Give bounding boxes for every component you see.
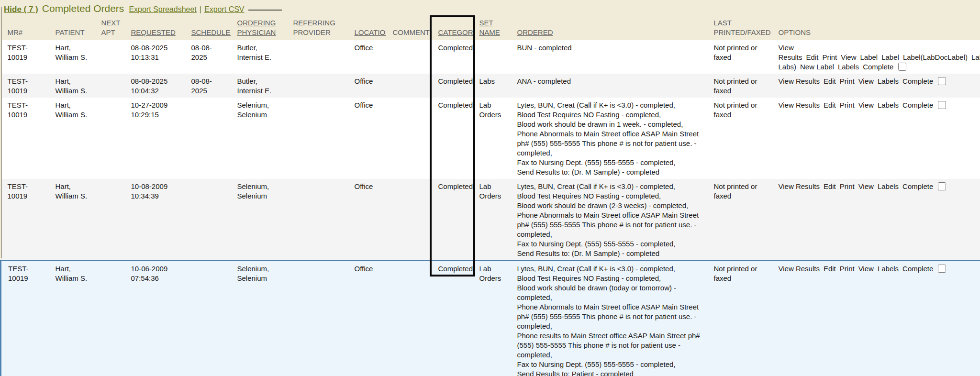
cell-ordered: ANA - completed	[511, 74, 707, 98]
option-complete-link[interactable]: Complete	[863, 63, 893, 71]
option-view-results-link[interactable]: View Results	[779, 44, 802, 61]
cell-referring-provider	[287, 98, 348, 179]
cell-ordering-physician: Butler, Internist E.	[231, 40, 287, 74]
option-edit-link[interactable]: Edit	[824, 101, 836, 109]
option-labels-link[interactable]: Labels	[878, 265, 899, 273]
cell-last-printed-faxed: Not printed or faxed	[707, 40, 772, 74]
complete-checkbox[interactable]	[938, 101, 946, 109]
option-edit-link[interactable]: Edit	[824, 77, 836, 85]
complete-checkbox[interactable]	[898, 63, 906, 71]
option-labels-link[interactable]: Labels	[838, 63, 859, 71]
option-labels-link[interactable]: Labels	[878, 77, 899, 85]
cell-options: View ResultsEditPrintViewLabelLabelLabel…	[772, 40, 980, 74]
option-complete-link[interactable]: Complete	[902, 182, 933, 190]
cell-patient: Hart, William S.	[49, 98, 95, 179]
cell-ordering-physician: Selenium, Selenium	[231, 179, 287, 261]
cell-next-apt	[95, 179, 124, 261]
column-header-ordering-physician: ORDERING PHYSICIAN	[231, 15, 287, 40]
option-print-link[interactable]: Print	[840, 101, 855, 109]
cell-category: Completed	[432, 40, 473, 74]
cell-scheduled: 08-08-2025	[185, 74, 231, 98]
option-labels-link[interactable]: Labels	[878, 101, 899, 109]
cell-category: Completed	[432, 179, 473, 261]
option-edit-link[interactable]: Edit	[824, 265, 836, 273]
cell-next-apt	[95, 261, 124, 376]
cell-patient: Hart, William S.	[49, 179, 95, 261]
cell-ordered: BUN - completed	[511, 40, 707, 74]
order-row: TEST-10019 Hart, William S. 10-06-2009 0…	[1, 261, 980, 376]
cell-set-name: Lab Orders	[473, 261, 511, 376]
hide-toggle-link[interactable]: Hide ( 7 )	[4, 5, 38, 14]
option-view-results-link[interactable]: View Results	[779, 77, 820, 85]
cell-scheduled	[185, 98, 231, 179]
option-view-link[interactable]: View	[858, 77, 874, 85]
cell-location: Office	[348, 261, 386, 376]
column-header-comments: COMMENTS	[386, 15, 432, 40]
option-labels-link[interactable]: Labels	[878, 182, 899, 190]
option-print-link[interactable]: Print	[840, 77, 855, 85]
cell-category: Completed	[432, 98, 473, 179]
cell-patient: Hart, William S.	[49, 40, 95, 74]
cell-requested: 08-08-2025 10:04:32	[124, 74, 185, 98]
cell-options: View ResultsEditPrintViewLabelsComplete	[772, 74, 980, 98]
option-edit-link[interactable]: Edit	[806, 53, 819, 61]
option-complete-link[interactable]: Complete	[902, 265, 933, 273]
cell-ordering-physician: Butler, Internist E.	[231, 74, 287, 98]
cell-options: View ResultsEditPrintViewLabelsComplete	[772, 98, 980, 179]
cell-requested: 10-27-2009 10:29:15	[124, 98, 185, 179]
column-header-next-apt: NEXT APT	[95, 15, 124, 40]
option-label-link[interactable]: Label	[860, 53, 878, 61]
completed-orders-table: MR# PATIENT NEXT APT REQUESTED SCHEDULED…	[0, 15, 980, 376]
option-print-link[interactable]: Print	[822, 53, 837, 61]
cell-last-printed-faxed: Not printed or faxed	[707, 261, 772, 376]
cell-mr: TEST-10019	[1, 179, 49, 261]
option-label-labdoclabel-link[interactable]: Label(LabDocLabel)	[903, 53, 968, 61]
cell-set-name: Lab Orders	[473, 179, 511, 261]
sort-ordering-physician-link[interactable]: ORDERING PHYSICIAN	[237, 19, 276, 36]
option-edit-link[interactable]: Edit	[824, 182, 836, 190]
cell-requested: 10-08-2009 10:34:39	[124, 179, 185, 261]
order-row: TEST-10019 Hart, William S. 08-08-2025 1…	[1, 74, 980, 98]
complete-checkbox[interactable]	[938, 265, 946, 273]
option-print-link[interactable]: Print	[840, 182, 855, 190]
sort-requested-link[interactable]: REQUESTED	[131, 28, 176, 36]
option-view-results-link[interactable]: View Results	[779, 101, 820, 109]
cell-mr: TEST-10019	[1, 261, 49, 376]
option-view-results-link[interactable]: View Results	[779, 265, 820, 273]
cell-referring-provider	[287, 74, 348, 98]
cell-comments	[386, 261, 432, 376]
sort-set-name-link[interactable]: SET NAME	[479, 19, 500, 36]
sort-location-link[interactable]: LOCATION	[355, 28, 386, 36]
cell-options: View ResultsEditPrintViewLabelsComplete	[772, 261, 980, 376]
order-row: TEST-10019 Hart, William S. 08-08-2025 1…	[1, 40, 980, 74]
sort-scheduled-link[interactable]: SCHEDULED	[191, 28, 231, 36]
column-header-ordered: ORDERED	[511, 15, 707, 40]
option-view-results-link[interactable]: View Results	[779, 182, 820, 190]
option-new-label-link[interactable]: New Label	[800, 63, 834, 71]
export-spreadsheet-link[interactable]: Export Spreadsheet	[129, 5, 196, 14]
option-complete-link[interactable]: Complete	[902, 77, 933, 85]
option-view-link[interactable]: View	[858, 265, 874, 273]
cell-ordered: Lytes, BUN, Creat (Call if K+ is <3.0) -…	[511, 179, 707, 261]
option-view-link[interactable]: View	[858, 101, 874, 109]
cell-next-apt	[95, 74, 124, 98]
column-header-scheduled: SCHEDULED	[185, 15, 231, 40]
option-view-link[interactable]: View	[858, 182, 874, 190]
cell-referring-provider	[287, 261, 348, 376]
complete-checkbox[interactable]	[938, 182, 946, 190]
cell-requested: 10-06-2009 07:54:36	[124, 261, 185, 376]
option-view-link[interactable]: View	[841, 53, 856, 61]
export-csv-link[interactable]: Export CSV	[204, 5, 245, 14]
sort-ordered-link[interactable]: ORDERED	[517, 28, 553, 36]
option-print-link[interactable]: Print	[840, 265, 855, 273]
cell-ordered: Lytes, BUN, Creat (Call if K+ is <3.0) -…	[511, 98, 707, 179]
column-header-row: MR# PATIENT NEXT APT REQUESTED SCHEDULED…	[1, 15, 980, 40]
option-label-link[interactable]: Label	[881, 53, 899, 61]
sort-category-link[interactable]: CATEGORY	[438, 28, 473, 36]
option-complete-link[interactable]: Complete	[902, 101, 933, 109]
cell-mr: TEST-10019	[1, 98, 49, 179]
column-header-last-printed-faxed: LAST PRINTED/FAXED	[707, 15, 772, 40]
complete-checkbox[interactable]	[938, 77, 946, 85]
page-title: Completed Orders	[42, 3, 124, 14]
cell-ordering-physician: Selenium, Selenium	[231, 98, 287, 179]
